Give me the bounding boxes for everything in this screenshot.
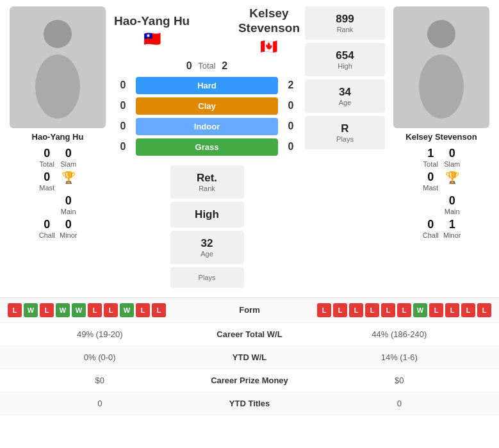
right-high-box: 654 High — [305, 43, 385, 76]
left-total-cell: 0 Total — [38, 147, 56, 168]
total-score-line: 0 Total 2 — [180, 60, 233, 72]
right-plays-value: R — [309, 122, 381, 135]
left-main-value: 0 — [65, 194, 72, 208]
svg-point-3 — [419, 54, 464, 119]
indoor-right-score: 0 — [282, 120, 300, 132]
right-slam-value: 0 — [449, 147, 455, 160]
right-trophy-cell: 🏆 — [443, 170, 461, 192]
high-value: High — [174, 208, 240, 221]
right-mast-cell: 0 Mast — [421, 170, 439, 192]
right-name-center: KelseyStevenson 🇨🇦 — [238, 6, 300, 55]
form-badge-right-w: W — [413, 303, 427, 317]
form-row: LWLWWLLWLL Form LLLLLLWLLLL — [0, 298, 499, 323]
hard-right-score: 2 — [282, 79, 300, 91]
form-left-badges: LWLWWLLWLL — [8, 303, 208, 317]
svg-point-0 — [44, 20, 72, 48]
right-total-value: 1 — [427, 147, 434, 160]
form-badge-right-l: L — [365, 303, 379, 317]
right-flag: 🇨🇦 — [238, 38, 300, 55]
grass-right-score: 0 — [282, 141, 300, 153]
hard-surface-btn: Hard — [136, 77, 278, 94]
form-badge-left-l: L — [8, 303, 22, 317]
right-total-cell: 1 Total — [421, 147, 439, 168]
form-badge-left-w: W — [56, 303, 70, 317]
left-minor-value: 0 — [65, 218, 72, 231]
right-minor-value: 1 — [449, 218, 455, 231]
left-main-label: Main — [61, 208, 76, 215]
right-mast-value: 0 — [427, 170, 434, 184]
svg-point-2 — [427, 20, 455, 48]
right-age-value: 34 — [309, 86, 381, 99]
right-chall-label: Chall — [423, 231, 439, 239]
form-badge-right-l: L — [381, 303, 395, 317]
stat-center-1: YTD W/L — [192, 353, 307, 362]
clay-surface-btn: Clay — [136, 97, 278, 115]
clay-right-score: 0 — [282, 100, 300, 112]
left-chall-cell: 0 Chall — [38, 218, 56, 239]
right-plays-label: Plays — [309, 135, 381, 143]
age-info-box: 32 Age — [170, 231, 244, 264]
right-player-stats: 1 Total 0 Slam 0 Mast 🏆 0 Main — [421, 147, 461, 239]
form-badge-left-l: L — [136, 303, 150, 317]
right-main-value: 0 — [449, 194, 455, 208]
form-badge-left-l: L — [40, 303, 54, 317]
left-player-photo — [10, 6, 106, 128]
left-mast-cell: 0 Mast — [38, 170, 56, 192]
stat-right-0: 44% (186-240) — [307, 329, 492, 339]
center-block: Hao-Yang Hu 🇹🇼 KelseyStevenson 🇨🇦 0 Tota… — [114, 6, 300, 291]
total-left-score: 0 — [180, 60, 198, 72]
left-player-silhouette — [29, 16, 86, 119]
right-player-name-heading: KelseyStevenson — [238, 6, 300, 36]
indoor-score-line: 0 Indoor 0 — [114, 118, 300, 135]
age-value: 32 — [174, 237, 240, 250]
left-slam-label: Slam — [60, 160, 76, 168]
rank-info-box: Ret. Rank — [170, 165, 244, 199]
right-age-label: Age — [309, 99, 381, 106]
plays-label: Plays — [174, 274, 240, 281]
left-player-stats: 0 Total 0 Slam 0 Mast 🏆 0 Main — [38, 147, 77, 239]
right-mast-label: Mast — [423, 184, 438, 192]
bottom-section: LWLWWLLWLL Form LLLLLLWLLLL 49% (19-20)C… — [0, 297, 499, 415]
left-slam-cell: 0 Slam — [60, 147, 78, 168]
form-right-badges: LLLLLLWLLLL — [291, 303, 492, 317]
main-container: Hao-Yang Hu 0 Total 0 Slam 0 Mast 🏆 — [0, 0, 499, 415]
stat-row-1: 0% (0-0)YTD W/L14% (1-6) — [0, 346, 499, 369]
clay-score-line: 0 Clay 0 — [114, 97, 300, 115]
right-high-value: 654 — [309, 49, 381, 62]
form-badge-left-w: W — [120, 303, 134, 317]
names-row: Hao-Yang Hu 🇹🇼 KelseyStevenson 🇨🇦 — [114, 6, 300, 55]
total-label: Total — [198, 61, 215, 71]
form-badge-right-l: L — [429, 303, 443, 317]
right-player-name: Kelsey Stevenson — [405, 132, 477, 142]
right-age-box: 34 Age — [305, 79, 385, 113]
left-total-value: 0 — [44, 147, 50, 160]
stats-rows-container: 49% (19-20)Career Total W/L44% (186-240)… — [0, 323, 499, 415]
vs-scores-area: 0 Hard 2 0 Clay 0 0 Indoor 0 0 Grass — [114, 77, 300, 159]
form-badge-right-l: L — [445, 303, 459, 317]
right-total-label: Total — [423, 160, 438, 168]
right-rank-box: 899 Rank — [305, 6, 385, 40]
right-main-label: Main — [445, 208, 460, 215]
left-name-center: Hao-Yang Hu 🇹🇼 — [114, 14, 190, 47]
left-minor-cell: 0 Minor — [60, 218, 78, 239]
right-minor-cell: 1 Minor — [443, 218, 461, 239]
hard-left-score: 0 — [114, 79, 132, 91]
right-chall-cell: 0 Chall — [421, 218, 439, 239]
stat-left-1: 0% (0-0) — [8, 353, 192, 362]
indoor-surface-btn: Indoor — [136, 118, 278, 135]
right-high-label: High — [309, 62, 381, 70]
right-player-photo — [393, 6, 489, 128]
age-label: Age — [174, 250, 240, 258]
right-main-cell2: 0 Main — [443, 194, 461, 215]
form-badge-left-l: L — [104, 303, 118, 317]
right-chall-value: 0 — [427, 218, 434, 231]
form-badge-left-l: L — [88, 303, 102, 317]
stat-row-2: $0Career Prize Money$0 — [0, 369, 499, 392]
right-minor-label: Minor — [443, 231, 461, 239]
clay-left-score: 0 — [114, 100, 132, 112]
stat-right-1: 14% (1-6) — [307, 353, 492, 362]
left-minor-label: Minor — [60, 231, 78, 239]
left-player-name: Hao-Yang Hu — [32, 132, 84, 142]
indoor-left-score: 0 — [114, 120, 132, 132]
left-trophy-icon: 🏆 — [61, 170, 76, 185]
